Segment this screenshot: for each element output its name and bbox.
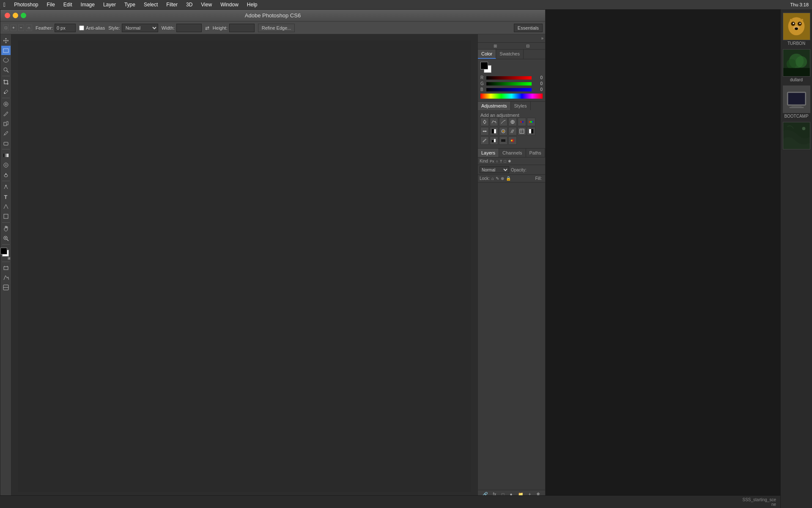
- brush-tool-btn[interactable]: [1, 109, 11, 119]
- canvas-area[interactable]: [11, 34, 477, 498]
- anti-alias-checkbox[interactable]: [79, 25, 84, 30]
- marquee-tool-btn[interactable]: [1, 46, 11, 55]
- kind-icon-smart[interactable]: ✱: [508, 159, 511, 163]
- channels-tab[interactable]: Channels: [499, 149, 526, 157]
- adj-levels-btn[interactable]: [490, 118, 498, 126]
- dodge-tool-btn[interactable]: [1, 170, 11, 179]
- b-slider[interactable]: [486, 88, 532, 91]
- minimize-button[interactable]: [13, 13, 18, 18]
- paths-tab[interactable]: Paths: [526, 149, 545, 157]
- pen-tool-btn[interactable]: [1, 182, 11, 192]
- menu-edit[interactable]: Edit: [62, 2, 74, 8]
- eraser-tool-btn[interactable]: [1, 138, 11, 148]
- history-brush-tool-btn[interactable]: [1, 129, 11, 138]
- bootcamp-thumbnail[interactable]: BOOTCAMP: [783, 86, 810, 119]
- adj-channelmix-btn[interactable]: [508, 127, 517, 135]
- swap-dimensions-icon[interactable]: ⇄: [205, 25, 209, 31]
- adj-threshold-btn[interactable]: [490, 136, 498, 145]
- lasso-tool-btn[interactable]: [1, 55, 11, 65]
- styles-tab[interactable]: Styles: [511, 102, 531, 110]
- kind-icon-type[interactable]: T: [500, 159, 502, 163]
- intersect-selection-btn[interactable]: ∩: [26, 25, 32, 31]
- adj-colorlookup-btn[interactable]: [518, 127, 526, 135]
- blur-tool-btn[interactable]: [1, 160, 11, 170]
- lock-brush-btn[interactable]: ✎: [496, 176, 499, 181]
- default-colors-icon[interactable]: ⊞: [8, 257, 11, 260]
- adjustments-tab[interactable]: Adjustments: [478, 102, 511, 110]
- spot-heal-tool-btn[interactable]: [1, 99, 11, 109]
- adj-exposure-btn[interactable]: [508, 118, 517, 126]
- adj-brightness-btn[interactable]: [480, 118, 489, 126]
- menu-select[interactable]: Select: [142, 2, 159, 8]
- shape-tool-btn[interactable]: [1, 212, 11, 221]
- color-spectrum-strip[interactable]: [480, 94, 543, 99]
- kind-icon-adj[interactable]: ○: [496, 159, 498, 163]
- extra-tool-3[interactable]: [1, 283, 11, 292]
- turbon-thumbnail[interactable]: TURBON: [783, 13, 810, 46]
- feather-input[interactable]: [55, 24, 76, 32]
- dullard-thumbnail[interactable]: dullard: [783, 49, 810, 82]
- menu-filter[interactable]: Filter: [165, 2, 179, 8]
- close-button[interactable]: [5, 13, 10, 18]
- lock-px-btn[interactable]: ⌂: [491, 176, 494, 181]
- layers-tab[interactable]: Layers: [478, 149, 499, 157]
- adj-bw-btn[interactable]: [490, 127, 498, 135]
- height-input[interactable]: [229, 24, 255, 32]
- menu-window[interactable]: Window: [219, 2, 240, 8]
- hand-tool-btn[interactable]: [1, 224, 11, 233]
- color-tab[interactable]: Color: [478, 50, 496, 59]
- adj-photofilter-btn[interactable]: [499, 127, 508, 135]
- adj-colorbalance-btn[interactable]: [480, 127, 489, 135]
- menu-layer[interactable]: Layer: [102, 2, 118, 8]
- adj-vibrance-btn[interactable]: [518, 118, 526, 126]
- adj-curves-btn[interactable]: [499, 118, 508, 126]
- clone-tool-btn[interactable]: [1, 119, 11, 128]
- path-select-tool-btn[interactable]: [1, 202, 11, 211]
- collapse-panels-btn[interactable]: »: [541, 36, 543, 41]
- eyedropper-tool-btn[interactable]: [1, 87, 11, 97]
- menu-help[interactable]: Help: [245, 2, 259, 8]
- lock-all-btn[interactable]: 🔒: [506, 176, 511, 181]
- new-selection-btn[interactable]: □: [3, 25, 9, 31]
- zoom-tool-btn[interactable]: [1, 234, 11, 243]
- text-tool-btn[interactable]: T: [1, 192, 11, 202]
- adj-hsl-btn[interactable]: [527, 118, 535, 126]
- r-slider[interactable]: [486, 76, 532, 80]
- kind-icon-shape[interactable]: □: [504, 159, 506, 163]
- adj-posterize-btn[interactable]: [480, 136, 489, 145]
- move-tool-btn[interactable]: [1, 36, 11, 45]
- gradient-tool-btn[interactable]: [1, 151, 11, 160]
- menu-view[interactable]: View: [199, 2, 214, 8]
- style-select[interactable]: Normal Fixed Ratio Fixed Size: [122, 24, 158, 32]
- adj-invert-btn[interactable]: [527, 127, 535, 135]
- kind-icon-px[interactable]: Px: [490, 159, 494, 163]
- adj-selectcolor-btn[interactable]: [508, 136, 517, 145]
- satellite-thumbnail[interactable]: [783, 122, 810, 150]
- panel-icon-2[interactable]: ⊟: [526, 44, 529, 48]
- g-slider[interactable]: [486, 82, 532, 86]
- menu-type[interactable]: Type: [123, 2, 137, 8]
- extra-tool-1[interactable]: [1, 263, 11, 273]
- menu-3d[interactable]: 3D: [184, 2, 194, 8]
- layers-list[interactable]: [478, 182, 545, 490]
- menu-file[interactable]: File: [45, 2, 57, 8]
- swatches-tab[interactable]: Swatches: [496, 50, 524, 59]
- add-selection-btn[interactable]: +: [11, 25, 16, 31]
- essentials-button[interactable]: Essentials: [514, 24, 543, 32]
- menu-image[interactable]: Image: [79, 2, 96, 8]
- lock-position-btn[interactable]: ⊕: [501, 176, 504, 181]
- main-canvas[interactable]: [18, 41, 471, 492]
- adj-gradmap-btn[interactable]: [499, 136, 508, 145]
- quick-select-tool-btn[interactable]: [1, 65, 11, 75]
- subtract-selection-btn[interactable]: −: [18, 25, 24, 31]
- width-input[interactable]: [176, 24, 202, 32]
- extra-tool-2[interactable]: [1, 273, 11, 282]
- panel-icon-1[interactable]: ⊞: [494, 44, 497, 48]
- maximize-button[interactable]: [21, 13, 26, 18]
- apple-menu[interactable]: : [3, 1, 5, 8]
- refine-edge-button[interactable]: Refine Edge...: [258, 24, 295, 32]
- crop-tool-btn[interactable]: [1, 77, 11, 87]
- fg-color-box[interactable]: [480, 62, 488, 69]
- blend-mode-select[interactable]: Normal Multiply Screen Overlay: [480, 166, 509, 173]
- foreground-color-swatch[interactable]: [0, 248, 7, 254]
